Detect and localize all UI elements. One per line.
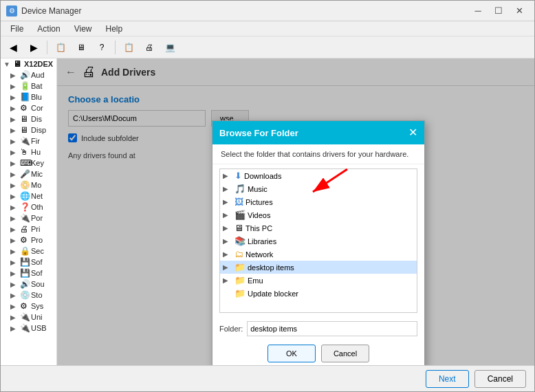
folder-label: Folder:	[219, 325, 243, 333]
tree-software1[interactable]: ▶💾Sof	[1, 257, 56, 268]
libraries-expand: ▶	[223, 237, 232, 245]
tree-mice[interactable]: ▶🎤Mic	[1, 168, 56, 179]
pictures-label: Pictures	[245, 198, 273, 206]
browse-cancel-button[interactable]: Cancel	[321, 345, 369, 362]
toolbar-export[interactable]: 🖨	[140, 39, 159, 56]
toolbar-sep-2	[115, 41, 116, 54]
browse-dialog-close-button[interactable]: ✕	[408, 127, 417, 138]
browse-tree-thispc[interactable]: ▶ 🖥 This PC	[220, 221, 417, 235]
tree-universal[interactable]: ▶🔌Uni	[1, 312, 56, 323]
thispc-label: This PC	[245, 224, 272, 232]
toolbar-view[interactable]: 💻	[160, 39, 179, 56]
toolbar-forward[interactable]: ▶	[24, 39, 43, 56]
pictures-icon: 🖼	[234, 197, 243, 207]
tree-network[interactable]: ▶🌐Net	[1, 190, 56, 202]
music-icon: 🎵	[234, 184, 245, 194]
libraries-label: Libraries	[248, 237, 276, 246]
dialog-overlay: Browse For Folder ✕ Select the folder th…	[57, 58, 534, 365]
next-button[interactable]: Next	[426, 370, 469, 388]
toolbar-properties[interactable]: 📋	[51, 39, 70, 56]
tree-root[interactable]: ▼ 🖥 X12DEX	[1, 58, 56, 69]
toolbar-scan[interactable]: 🖥	[72, 39, 91, 56]
network-label: Network	[245, 250, 273, 259]
content-area: ▼ 🖥 X12DEX ▶🔊Aud ▶🔋Bat ▶📘Blu ▶⚙Cor ▶🖥Dis…	[1, 58, 534, 365]
browse-tree-emu[interactable]: ▶ 📁 Emu	[220, 274, 417, 287]
title-bar: ⚙ Device Manager ─ ☐ ✕	[1, 1, 534, 21]
toolbar-print[interactable]: 📋	[119, 39, 138, 56]
tree-display[interactable]: ▶🖥Disp	[1, 124, 56, 135]
folder-row: Folder:	[212, 317, 424, 340]
tree-firmware[interactable]: ▶🔌Fir	[1, 135, 56, 146]
emu-label: Emu	[248, 276, 263, 285]
tree-software2[interactable]: ▶💾Sof	[1, 268, 56, 279]
emu-expand: ▶	[223, 276, 232, 284]
tree-storage[interactable]: ▶💿Sto	[1, 290, 56, 301]
videos-label: Videos	[248, 211, 270, 219]
tree-system[interactable]: ▶⚙Sys	[1, 301, 56, 312]
browse-tree-downloads[interactable]: ▶ ⬇ Downloads	[220, 169, 417, 182]
tree-computer[interactable]: ▶⚙Cor	[1, 102, 56, 113]
toolbar: ◀ ▶ 📋 🖥 ? 📋 🖨 💻	[1, 36, 534, 58]
browse-for-folder-dialog: Browse For Folder ✕ Select the folder th…	[212, 120, 425, 365]
toolbar-sep-1	[47, 41, 47, 54]
music-expand: ▶	[223, 185, 232, 193]
browse-tree-libraries[interactable]: ▶ 📚 Libraries	[220, 235, 417, 248]
tree-ports[interactable]: ▶🔌Por	[1, 213, 56, 224]
browse-dialog-title-bar: Browse For Folder ✕	[212, 121, 424, 144]
tree-root-label: X12DEX	[24, 60, 53, 68]
computer-icon: 🖥	[13, 59, 23, 69]
browse-tree-desktop-items[interactable]: ▶ 📁 desktop items	[220, 261, 417, 274]
maximize-button[interactable]: ☐	[489, 3, 508, 19]
thispc-icon: 🖥	[234, 223, 243, 233]
device-tree-panel: ▼ 🖥 X12DEX ▶🔊Aud ▶🔋Bat ▶📘Blu ▶⚙Cor ▶🖥Dis…	[1, 58, 57, 365]
browse-ok-button[interactable]: OK	[268, 345, 316, 362]
menu-view[interactable]: View	[69, 23, 98, 35]
browse-tree-music[interactable]: ▶ 🎵 Music	[220, 182, 417, 195]
videos-expand: ▶	[223, 211, 232, 219]
tree-bluetooth[interactable]: ▶📘Blu	[1, 91, 56, 102]
browse-tree-videos[interactable]: ▶ 🎬 Videos	[220, 208, 417, 221]
desktop-folder-icon: 📁	[234, 262, 245, 272]
downloads-icon: ⬇	[234, 171, 242, 181]
tree-other[interactable]: ▶❓Oth	[1, 202, 56, 213]
tree-usb[interactable]: ▶🔌USB	[1, 323, 56, 334]
tree-audio[interactable]: ▶🔊Aud	[1, 69, 56, 80]
tree-printers[interactable]: ▶🖨Pri	[1, 224, 56, 235]
window-title: Device Manager	[21, 6, 81, 16]
toolbar-back[interactable]: ◀	[3, 39, 23, 56]
browse-tree-pictures[interactable]: ▶ 🖼 Pictures	[220, 195, 417, 208]
downloads-label: Downloads	[244, 172, 281, 180]
folder-value-input[interactable]	[247, 321, 417, 336]
menu-help[interactable]: Help	[100, 23, 129, 35]
cancel-button[interactable]: Cancel	[474, 370, 526, 388]
browse-dialog-buttons: OK Cancel	[212, 340, 424, 365]
browse-dialog-title-text: Browse For Folder	[219, 128, 298, 138]
tree-expand-icon: ▼	[3, 61, 12, 68]
tree-monitors[interactable]: ▶📀Mo	[1, 179, 56, 190]
tree-battery[interactable]: ▶🔋Bat	[1, 80, 56, 91]
tree-keyboard[interactable]: ▶⌨Key	[1, 157, 56, 168]
desktop-expand: ▶	[223, 263, 232, 271]
network-expand: ▶	[223, 250, 232, 258]
thispc-expand: ▶	[223, 224, 232, 232]
main-window: ⚙ Device Manager ─ ☐ ✕ File Action View …	[0, 0, 535, 392]
browse-dialog-tree[interactable]: ▶ ⬇ Downloads ▶ 🎵 Music ▶ 🖼 Pict	[219, 168, 417, 313]
toolbar-help[interactable]: ?	[92, 39, 111, 56]
tree-disk[interactable]: ▶🖥Dis	[1, 113, 56, 124]
tree-processors[interactable]: ▶⚙Pro	[1, 235, 56, 246]
browse-tree-update-blocker[interactable]: 📁 Update blocker	[220, 287, 417, 300]
tree-security[interactable]: ▶🔒Sec	[1, 246, 56, 257]
close-button[interactable]: ✕	[510, 3, 529, 19]
minimize-button[interactable]: ─	[468, 3, 488, 19]
videos-icon: 🎬	[234, 210, 245, 220]
title-bar-controls: ─ ☐ ✕	[468, 3, 529, 19]
right-content: ← 🖨 Add Drivers Choose a locatio wse... …	[57, 58, 534, 365]
network-icon: 🗂	[234, 249, 243, 259]
menu-action[interactable]: Action	[32, 23, 65, 35]
tree-hid[interactable]: ▶🖱Hu	[1, 146, 56, 157]
browse-tree-network[interactable]: ▶ 🗂 Network	[220, 248, 417, 261]
menu-file[interactable]: File	[5, 23, 29, 35]
tree-sound[interactable]: ▶🔊Sou	[1, 279, 56, 290]
desktop-items-label: desktop items	[248, 263, 294, 272]
update-blocker-label: Update blocker	[248, 290, 298, 298]
